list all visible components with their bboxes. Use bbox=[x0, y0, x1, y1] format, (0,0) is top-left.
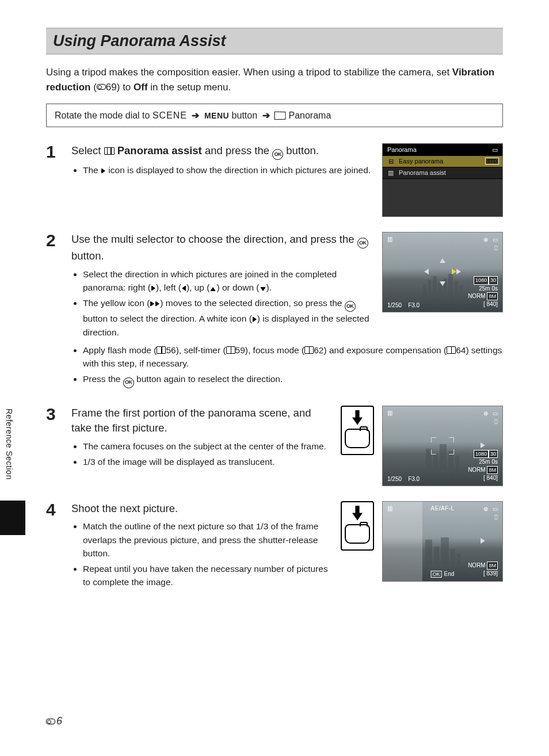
triangle-right-icon bbox=[481, 442, 485, 449]
lcd-live-view-direction: ▥ ⊛ ▭ ⌷ bbox=[382, 232, 503, 312]
flash-icon: ⊛ bbox=[483, 236, 488, 243]
triangle-right-icon bbox=[155, 301, 159, 307]
step-1: 1 Select Panorama assist and press the O… bbox=[46, 143, 503, 217]
ok-button-icon: OK bbox=[272, 149, 283, 160]
ok-button-icon: OK bbox=[357, 238, 368, 249]
step-2: 2 Use the multi selector to choose the d… bbox=[46, 232, 503, 391]
page-footer: 6 bbox=[46, 715, 62, 727]
aperture: F3.0 bbox=[408, 476, 420, 482]
step-heading: Frame the first portion of the panorama … bbox=[71, 406, 333, 437]
step-heading: Select Panorama assist and press the OK … bbox=[71, 143, 374, 160]
page-number: 6 bbox=[56, 715, 62, 727]
step-number: 3 bbox=[46, 406, 61, 423]
flash-icon: ⊛ bbox=[483, 506, 488, 512]
end-label: End bbox=[444, 571, 455, 577]
norm-label: NORM bbox=[468, 562, 486, 568]
arrow-icon: ➔ bbox=[262, 110, 270, 120]
bullet: The icon is displayed to show the direct… bbox=[83, 163, 374, 177]
panorama-assist-icon: ▥ bbox=[386, 169, 395, 177]
triangle-right-yellow-icon bbox=[452, 269, 456, 274]
step-3: 3 Frame the first portion of the panoram… bbox=[46, 406, 503, 486]
norm-label: NORM bbox=[468, 293, 486, 299]
arrow-icon: ➔ bbox=[192, 110, 199, 120]
triangle-down-icon bbox=[440, 281, 445, 286]
triangle-right-icon bbox=[481, 538, 485, 545]
shutter-press-icon bbox=[341, 406, 374, 455]
triangle-right-icon bbox=[151, 285, 155, 291]
side-tab: Reference Section bbox=[2, 403, 16, 486]
side-black-marker bbox=[0, 501, 25, 535]
card-icon: ⌷ bbox=[494, 514, 498, 520]
step-number: 4 bbox=[46, 501, 61, 518]
norm-label: NORM bbox=[468, 467, 486, 473]
ae-af-lock-label: AE/AF-L bbox=[430, 505, 454, 511]
intro-paragraph: Using a tripod makes the composition eas… bbox=[46, 65, 503, 96]
step-number: 1 bbox=[46, 143, 61, 161]
rec-time: 25m 0s bbox=[479, 459, 498, 465]
std-badge: STD bbox=[485, 158, 499, 165]
book-icon bbox=[157, 346, 166, 354]
flash-icon: ⊛ bbox=[483, 410, 488, 417]
triangle-left-icon bbox=[182, 285, 186, 291]
step-number: 2 bbox=[46, 232, 61, 249]
ok-button-icon: OK bbox=[431, 571, 442, 578]
triangle-up-icon bbox=[210, 287, 216, 291]
lcd-menu-row-assist: ▥ Panorama assist bbox=[383, 167, 502, 179]
lcd-title: Panorama bbox=[387, 146, 417, 153]
battery-icon: ▭ bbox=[493, 506, 498, 512]
shutter-speed: 1/250 bbox=[387, 302, 402, 308]
easy-panorama-icon: ⊟ bbox=[386, 158, 395, 165]
remaining-shots: [ 840] bbox=[483, 301, 498, 307]
resolution-badge: 1080 bbox=[474, 450, 489, 458]
arrow-down-icon bbox=[352, 506, 363, 521]
battery-icon: ▭ bbox=[493, 236, 498, 243]
bullet: 1/3 of the image will be displayed as tr… bbox=[83, 455, 333, 468]
triangle-left-icon bbox=[424, 269, 429, 274]
camera-icon bbox=[345, 429, 370, 448]
menu-label: MENU bbox=[204, 111, 229, 120]
step-4: 4 Shoot the next picture. Match the outl… bbox=[46, 501, 503, 591]
lcd-menu-row-easy: ⊟ Easy panorama STD bbox=[383, 156, 502, 167]
bullet: Repeat until you have taken the necessar… bbox=[83, 562, 333, 589]
triangle-right-icon bbox=[101, 168, 105, 174]
triangle-right-icon bbox=[456, 269, 461, 274]
scene-label: SCENE bbox=[152, 110, 187, 120]
book-icon bbox=[304, 346, 314, 354]
card-icon: ⌷ bbox=[494, 245, 498, 251]
triangle-up-icon bbox=[440, 258, 445, 263]
bullet: The yellow icon () moves to the selected… bbox=[83, 296, 374, 339]
step-heading: Shoot the next picture. bbox=[71, 501, 333, 517]
direction-arrows bbox=[424, 258, 461, 286]
bullet: Press the OK button again to reselect th… bbox=[83, 372, 503, 388]
battery-icon: ▭ bbox=[493, 410, 498, 417]
step-heading: Use the multi selector to choose the dir… bbox=[71, 232, 374, 264]
ok-button-icon: OK bbox=[123, 377, 134, 388]
panorama-mode-icon: ▥ bbox=[387, 236, 392, 242]
focus-bracket bbox=[431, 437, 454, 455]
shutter-press-icon bbox=[341, 501, 374, 551]
panorama-assist-icon bbox=[104, 147, 115, 155]
bullet: Select the direction in which pictures a… bbox=[83, 268, 374, 295]
remaining-shots: [ 839] bbox=[483, 570, 498, 576]
panorama-mode-icon bbox=[274, 111, 286, 120]
bullet: Apply flash mode (56), self-timer (59), … bbox=[83, 343, 503, 371]
battery-icon: ▭ bbox=[492, 146, 498, 154]
key-icon bbox=[97, 84, 106, 90]
key-icon bbox=[46, 719, 55, 724]
panorama-mode-icon: ▥ bbox=[387, 410, 392, 416]
bullet: The camera focuses on the subject at the… bbox=[83, 440, 333, 453]
card-icon: ⌷ bbox=[494, 418, 498, 425]
triangle-right-icon bbox=[253, 316, 257, 322]
remaining-shots: [ 840] bbox=[483, 475, 498, 481]
ok-button-icon: OK bbox=[345, 301, 356, 312]
navigation-box: Rotate the mode dial to SCENE ➔ MENU but… bbox=[46, 104, 503, 127]
rec-time: 25m 0s bbox=[479, 285, 498, 292]
title-bar: Using Panorama Assist bbox=[46, 28, 503, 55]
lcd-live-view-first-shot: ▥ ⊛ ▭ ⌷ 1/250 F3.0 bbox=[382, 406, 503, 486]
camera-icon bbox=[345, 524, 370, 544]
lcd-live-view-next-shot: ▥ AE/AF-L ⊛ ▭ ⌷ OK End N bbox=[382, 501, 503, 582]
lcd-menu-panorama: Panorama ▭ ⊟ Easy panorama STD ▥ Pa bbox=[382, 143, 503, 217]
bullet: Match the outline of the next picture so… bbox=[83, 520, 333, 560]
arrow-down-icon bbox=[352, 410, 363, 425]
triangle-down-icon bbox=[260, 287, 266, 291]
